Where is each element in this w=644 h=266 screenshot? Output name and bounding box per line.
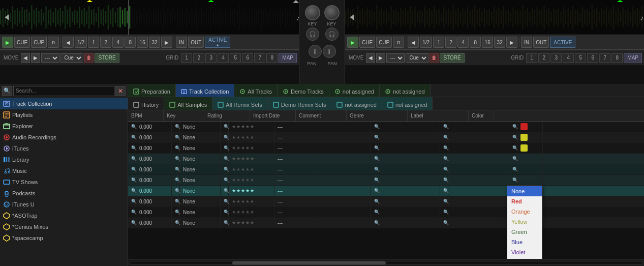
sidebar-item-music[interactable]: Music (0, 165, 128, 176)
play-button-left[interactable]: ▶ (2, 37, 13, 48)
out-button-left[interactable]: OUT (188, 37, 204, 48)
loop-next-right[interactable]: ▶ (506, 37, 517, 48)
dropdown-item-green[interactable]: Green (507, 227, 542, 237)
in-button-left[interactable]: IN (176, 37, 187, 48)
grid-4-left[interactable]: 4 (218, 53, 229, 63)
dropdown-item-orange[interactable]: Orange (507, 206, 542, 217)
scroll-track[interactable] (129, 261, 643, 265)
cup-button-right[interactable]: CUP (376, 37, 392, 48)
sync-button-left[interactable]: n (48, 37, 59, 48)
sidebar-search-input[interactable] (13, 86, 114, 96)
map-btn-left[interactable]: MAP (279, 53, 297, 63)
table-row[interactable]: 🔍 0.000 🔍 None 🔍 ★★★★★ --- 🔍 🔍 🔍 (128, 218, 644, 228)
loop-prev-left[interactable]: ◀ (63, 37, 74, 48)
th-color[interactable]: Color (469, 110, 494, 121)
loop-prev-right[interactable]: ◀ (408, 37, 419, 48)
move-fwd-left[interactable]: ▶ (31, 53, 40, 63)
table-row[interactable]: 🔍 0.000 🔍 None 🔍 ★★★★★ --- 🔍 🔍 🔍 (128, 164, 644, 175)
tab-not-assigned-2[interactable]: not assigned (380, 84, 430, 97)
grid-6-right[interactable]: 6 (587, 53, 598, 63)
sidebar-item-spacecamp[interactable]: *spacecamp (0, 232, 128, 244)
loop-4-left[interactable]: 4 (112, 37, 124, 48)
th-comment[interactable]: Comment (296, 110, 347, 121)
headphone-btn-left[interactable]: 🎧 (306, 27, 319, 41)
th-rating[interactable]: Rating (204, 110, 250, 121)
tab-not-assigned-1[interactable]: not assigned (329, 84, 380, 97)
loop-half-left[interactable]: 1/2 (75, 37, 87, 48)
th-key[interactable]: Key (164, 110, 204, 121)
sidebar-item-explorer[interactable]: Explorer (0, 121, 128, 132)
scroll-thumb[interactable] (232, 261, 386, 264)
tab-not-assigned-4[interactable]: not assigned (382, 97, 433, 110)
table-row[interactable]: 🔍 0.000 🔍 None 🔍 ★★★★★ --- 🔍 🔍 🔍 (128, 196, 644, 207)
grid-1-left[interactable]: 1 (181, 53, 192, 63)
loop-32-right[interactable]: 32 (494, 37, 505, 48)
sync-button-right[interactable]: n (393, 37, 404, 48)
key-knob-right[interactable] (324, 5, 340, 20)
table-row[interactable]: 🔍 0.000 🔍 None 🔍 ★★★★★ --- 🔍 🔍 🔍 (128, 132, 644, 143)
tab-history[interactable]: History (128, 97, 164, 110)
grid-8-right[interactable]: 8 (611, 53, 623, 63)
sidebar-item-playlists[interactable]: Playlists (0, 109, 128, 121)
grid-8-left[interactable]: 8 (266, 53, 278, 63)
grid-3-right[interactable]: 3 (550, 53, 562, 63)
sidebar-item-asotrap[interactable]: *ASOTrap (0, 210, 128, 221)
tab-preparation[interactable]: Preparation (128, 84, 176, 97)
loop-4-right[interactable]: 4 (457, 37, 469, 48)
play-button-right[interactable]: ▶ (347, 37, 358, 48)
sidebar-search-mode-btn[interactable]: 🔍 (2, 86, 12, 96)
tab-all-tracks[interactable]: All Tracks (234, 84, 278, 97)
loop-8-right[interactable]: 8 (470, 37, 481, 48)
sidebar-item-itunes[interactable]: iTunes (0, 143, 128, 154)
headphone-btn-right[interactable]: 🎧 (325, 27, 339, 41)
horizontal-scrollbar[interactable] (128, 259, 644, 266)
tab-demo-remix-sets[interactable]: Demo Remix Sets (268, 97, 332, 110)
sidebar-item-track-collection[interactable]: Track Collection (0, 98, 128, 109)
move-back-left[interactable]: ◀ (21, 53, 30, 63)
dropdown-item-violet[interactable]: Violet (507, 247, 542, 257)
grid-1-right[interactable]: 1 (526, 53, 537, 63)
store-btn-right[interactable]: STORE (440, 53, 464, 63)
move-back-right[interactable]: ◀ (366, 53, 375, 63)
info-btn-right[interactable]: i (323, 45, 336, 58)
move-type-select-left[interactable]: --- (41, 53, 59, 63)
table-row[interactable]: 🔍 0.000 🔍 None 🔍 ★★★★★ --- 🔍 🔍 🔍 (128, 154, 644, 164)
loop-16-right[interactable]: 16 (482, 37, 493, 48)
loop-1-right[interactable]: 1 (433, 37, 444, 48)
grid-2-left[interactable]: 2 (193, 53, 204, 63)
dropdown-item-blue[interactable]: Blue (507, 237, 542, 247)
sidebar-item-itunes-u[interactable]: U iTunes U (0, 199, 128, 210)
sidebar-item-tv-shows[interactable]: TV Shows (0, 176, 128, 188)
grid-5-left[interactable]: 5 (230, 53, 241, 63)
th-bpm[interactable]: BPM (128, 110, 164, 121)
info-btn-left[interactable]: i (309, 45, 322, 58)
tab-demo-tracks[interactable]: Demo Tracks (278, 84, 329, 97)
cup-button-left[interactable]: CUP (31, 37, 47, 48)
delete-btn-right[interactable]: 🗑 (430, 53, 439, 63)
sidebar-clear-btn[interactable]: ✕ (115, 86, 126, 96)
sidebar-item-podcasts[interactable]: Podcasts (0, 188, 128, 199)
cue-select-left[interactable]: Cue (60, 53, 83, 63)
th-import-date[interactable]: Import Date (250, 110, 296, 121)
loop-2-right[interactable]: 2 (445, 37, 456, 48)
dropdown-item-yellow[interactable]: Yellow (507, 217, 542, 227)
table-row[interactable]: 🔍 0.000 🔍 None 🔍 ★★★★★ --- 🔍 🔍 🔍 (128, 175, 644, 186)
tab-track-collection[interactable]: Track Collection (176, 84, 234, 97)
grid-4-right[interactable]: 4 (563, 53, 574, 63)
grid-2-right[interactable]: 2 (538, 53, 549, 63)
cue-select-right[interactable]: Cue (406, 53, 428, 63)
dropdown-item-red[interactable]: Red (507, 196, 542, 206)
table-row-selected[interactable]: 🔍 0.000 🔍 None 🔍 ★★★★★ --- 🔍 🔍 🔍 (128, 186, 644, 196)
loop-1-left[interactable]: 1 (88, 37, 99, 48)
grid-7-right[interactable]: 7 (599, 53, 610, 63)
loop-32-left[interactable]: 32 (149, 37, 160, 48)
map-btn-right[interactable]: MAP (624, 53, 642, 63)
cue-button-left[interactable]: CUE (14, 37, 30, 48)
table-row[interactable]: 🔍 0.000 🔍 None 🔍 ★★★★★ --- 🔍 🔍 🔍 (128, 122, 644, 132)
tab-all-remix-sets[interactable]: All Remix Sets (212, 97, 268, 110)
delete-btn-left[interactable]: 🗑 (84, 53, 94, 63)
sidebar-item-audio-recordings[interactable]: Audio Recordings (0, 132, 128, 143)
dropdown-item-none[interactable]: None (507, 186, 542, 196)
grid-7-left[interactable]: 7 (254, 53, 265, 63)
in-button-right[interactable]: IN (521, 37, 532, 48)
